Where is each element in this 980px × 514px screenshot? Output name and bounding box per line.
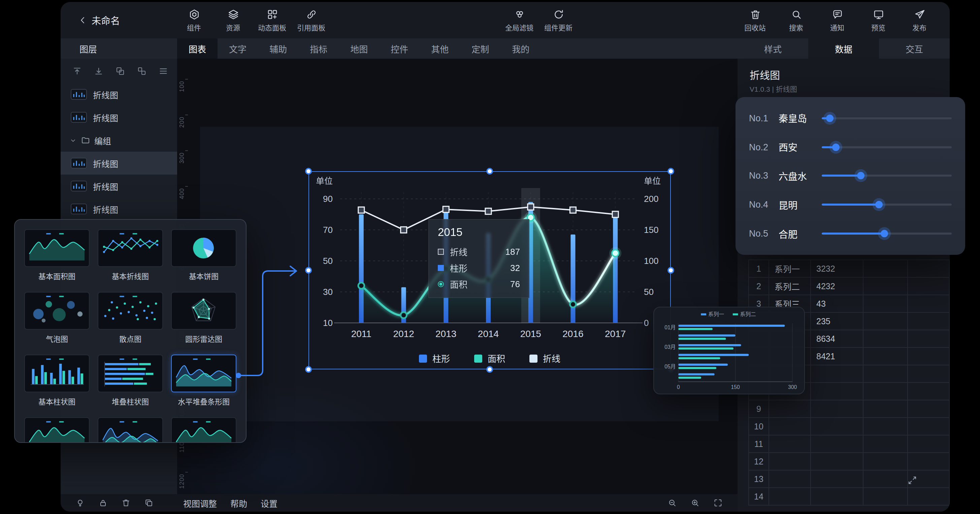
- expand-table-icon[interactable]: [907, 475, 917, 485]
- value-cell[interactable]: [811, 366, 864, 382]
- empty-cell[interactable]: [864, 471, 908, 487]
- empty-cell[interactable]: [908, 488, 949, 505]
- value-cell[interactable]: [811, 383, 864, 400]
- empty-cell[interactable]: [908, 313, 949, 330]
- empty-cell[interactable]: [908, 401, 949, 417]
- empty-cell[interactable]: [864, 295, 908, 312]
- value-cell[interactable]: [811, 453, 864, 470]
- category-tab-辅助[interactable]: 辅助: [258, 38, 298, 59]
- component-update-tool[interactable]: 组件更新: [544, 8, 573, 32]
- resource-tool[interactable]: 资源: [218, 8, 248, 32]
- value-cell[interactable]: [811, 488, 864, 505]
- series-name-cell[interactable]: 系列一: [769, 260, 811, 277]
- series-name-cell[interactable]: [769, 488, 811, 505]
- category-tab-文字[interactable]: 文字: [218, 38, 258, 59]
- value-cell[interactable]: [811, 401, 864, 417]
- legend-item-柱形[interactable]: 柱形: [419, 352, 450, 365]
- fit-view-icon[interactable]: [713, 498, 723, 508]
- value-cell[interactable]: 8634: [811, 330, 864, 347]
- category-tab-图表[interactable]: 图表: [177, 38, 218, 59]
- gallery-item-基本饼图[interactable]: 基本饼图: [171, 229, 236, 281]
- publish-tool[interactable]: 发布: [905, 8, 934, 32]
- value-cell[interactable]: 43: [811, 295, 864, 312]
- selection-handle-s[interactable]: [486, 366, 493, 373]
- empty-cell[interactable]: [908, 278, 949, 295]
- lower-layer-icon[interactable]: [94, 66, 104, 76]
- gallery-item-基本面积图[interactable]: 基本面积图: [24, 229, 89, 281]
- series-name-cell[interactable]: [769, 471, 811, 487]
- value-cell[interactable]: 235: [811, 313, 864, 330]
- reference-panel-tool[interactable]: 引用面板: [296, 8, 326, 32]
- empty-cell[interactable]: [864, 330, 908, 347]
- value-cell[interactable]: 3232: [811, 260, 864, 277]
- legend-item-折线[interactable]: 折线: [530, 352, 560, 365]
- legend-item-面积[interactable]: 面积: [474, 352, 505, 365]
- global-filter-tool[interactable]: 全局滤镜: [504, 8, 534, 32]
- empty-cell[interactable]: [908, 260, 949, 277]
- view-adjust-button[interactable]: 视图调整: [183, 496, 217, 509]
- gallery-item-基本柱状图[interactable]: 基本柱状图: [24, 354, 89, 407]
- component-tool[interactable]: 组件: [179, 8, 209, 32]
- empty-cell[interactable]: [864, 418, 908, 435]
- gallery-item-partial[interactable]: [98, 417, 163, 443]
- selection-handle-sw[interactable]: [305, 366, 312, 373]
- search-tool[interactable]: 搜索: [781, 8, 811, 32]
- empty-cell[interactable]: [864, 313, 908, 330]
- empty-cell[interactable]: [908, 383, 949, 400]
- value-cell[interactable]: [811, 418, 864, 435]
- empty-cell[interactable]: [864, 401, 908, 417]
- empty-cell[interactable]: [908, 295, 949, 312]
- selection-handle-nw[interactable]: [305, 168, 312, 175]
- series-name-cell[interactable]: [769, 453, 811, 470]
- series-name-cell[interactable]: 系列二: [769, 278, 811, 295]
- value-cell[interactable]: 8421: [811, 348, 864, 365]
- empty-cell[interactable]: [908, 366, 949, 382]
- layer-item[interactable]: 折线图: [60, 175, 177, 198]
- layer-list-icon[interactable]: [158, 66, 169, 76]
- gallery-item-水平堆叠条形图[interactable]: 水平堆叠条形图: [171, 354, 236, 407]
- layer-item[interactable]: 折线图: [60, 152, 177, 175]
- layer-item[interactable]: 折线图: [60, 83, 177, 106]
- zoom-out-icon[interactable]: [668, 498, 677, 508]
- slider-thumb[interactable]: [875, 201, 883, 209]
- lock-icon[interactable]: [98, 498, 108, 508]
- slider-thumb[interactable]: [826, 115, 833, 122]
- empty-cell[interactable]: [908, 348, 949, 365]
- gallery-item-partial[interactable]: [171, 417, 236, 443]
- layer-group[interactable]: 编组: [60, 129, 177, 152]
- empty-cell[interactable]: [864, 383, 908, 400]
- rank-slider[interactable]: [822, 142, 952, 152]
- empty-cell[interactable]: [864, 453, 908, 470]
- value-cell[interactable]: 4232: [811, 278, 864, 295]
- series-name-cell[interactable]: [769, 418, 811, 435]
- gallery-item-堆叠柱状图[interactable]: 堆叠柱状图: [98, 354, 163, 407]
- selection-handle-w[interactable]: [305, 267, 312, 274]
- delete-icon[interactable]: [121, 498, 130, 508]
- empty-cell[interactable]: [864, 488, 908, 505]
- gallery-item-基本折线图[interactable]: 基本折线图: [98, 229, 163, 281]
- help-button[interactable]: 帮助: [230, 496, 247, 509]
- empty-cell[interactable]: [908, 418, 949, 435]
- selection-handle-e[interactable]: [668, 267, 674, 274]
- inspector-tab-样式[interactable]: 样式: [738, 38, 808, 59]
- empty-cell[interactable]: [864, 348, 908, 365]
- empty-cell[interactable]: [864, 436, 908, 452]
- value-cell[interactable]: [811, 471, 864, 487]
- selection-handle-ne[interactable]: [668, 168, 674, 175]
- rank-slider[interactable]: [822, 200, 952, 210]
- empty-cell[interactable]: [864, 366, 908, 382]
- rank-slider[interactable]: [822, 171, 952, 180]
- layer-item[interactable]: 折线图: [60, 198, 177, 220]
- category-tab-其他[interactable]: 其他: [420, 38, 460, 59]
- empty-cell[interactable]: [908, 330, 949, 347]
- preview-tool[interactable]: 预览: [864, 8, 893, 32]
- hint-icon[interactable]: [75, 498, 85, 508]
- rank-slider[interactable]: [822, 113, 952, 123]
- duplicate-icon[interactable]: [144, 498, 154, 508]
- empty-cell[interactable]: [864, 260, 908, 277]
- selected-chart-component[interactable]: 单位单位907050301020015010050020112012201320…: [309, 171, 671, 369]
- inspector-tab-交互[interactable]: 交互: [879, 38, 950, 59]
- slider-thumb[interactable]: [832, 143, 840, 151]
- notification-tool[interactable]: 通知: [822, 8, 852, 32]
- editor-canvas[interactable]: 100200300400500600700800900100011001200 …: [177, 59, 738, 494]
